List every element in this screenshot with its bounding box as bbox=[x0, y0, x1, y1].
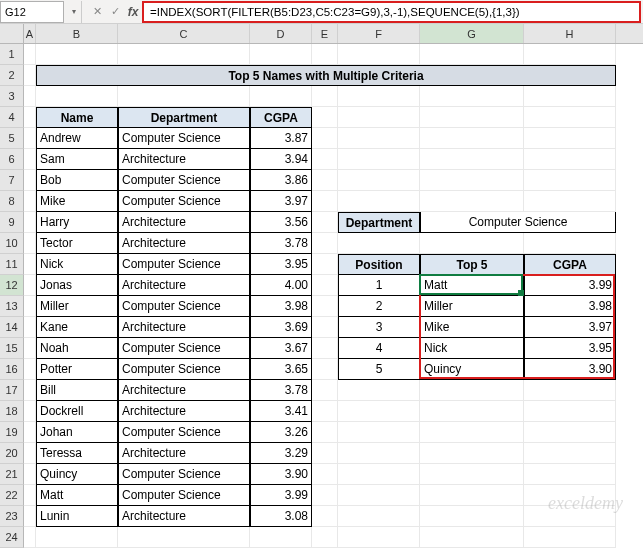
cell[interactable] bbox=[24, 422, 36, 443]
table-cell[interactable]: Computer Science bbox=[118, 338, 250, 359]
cell[interactable] bbox=[312, 212, 338, 233]
table-cell[interactable]: 3.56 bbox=[250, 212, 312, 233]
result-cgpa[interactable]: 3.99 bbox=[524, 275, 616, 296]
cell[interactable] bbox=[420, 506, 524, 527]
cell[interactable] bbox=[24, 464, 36, 485]
table-cell[interactable]: Computer Science bbox=[118, 296, 250, 317]
cell[interactable] bbox=[312, 380, 338, 401]
cell[interactable] bbox=[338, 527, 420, 548]
row-13[interactable]: 13 bbox=[0, 296, 24, 317]
name-box[interactable]: G12 bbox=[0, 1, 64, 23]
cell[interactable] bbox=[524, 464, 616, 485]
cell[interactable] bbox=[36, 86, 118, 107]
cell[interactable] bbox=[524, 485, 616, 506]
table-cell[interactable]: Jonas bbox=[36, 275, 118, 296]
cell[interactable] bbox=[312, 233, 338, 254]
cell[interactable] bbox=[524, 86, 616, 107]
cell[interactable] bbox=[420, 527, 524, 548]
cell[interactable] bbox=[24, 170, 36, 191]
cell[interactable] bbox=[312, 359, 338, 380]
cell[interactable] bbox=[524, 443, 616, 464]
table-cell[interactable]: Computer Science bbox=[118, 170, 250, 191]
cell[interactable] bbox=[524, 380, 616, 401]
table-cell[interactable]: Noah bbox=[36, 338, 118, 359]
cell[interactable] bbox=[24, 485, 36, 506]
cell[interactable] bbox=[420, 170, 524, 191]
cell[interactable] bbox=[24, 506, 36, 527]
table-cell[interactable]: 3.78 bbox=[250, 233, 312, 254]
row-10[interactable]: 10 bbox=[0, 233, 24, 254]
result-position[interactable]: 5 bbox=[338, 359, 420, 380]
cell[interactable] bbox=[312, 443, 338, 464]
row-24[interactable]: 24 bbox=[0, 527, 24, 548]
cell[interactable] bbox=[524, 128, 616, 149]
cell[interactable] bbox=[524, 44, 616, 65]
cell[interactable] bbox=[24, 191, 36, 212]
cell[interactable] bbox=[338, 380, 420, 401]
header-cgpa[interactable]: CGPA bbox=[250, 107, 312, 128]
cell[interactable] bbox=[420, 149, 524, 170]
table-cell[interactable]: Architecture bbox=[118, 275, 250, 296]
table-cell[interactable]: Architecture bbox=[118, 212, 250, 233]
table-cell[interactable]: Nick bbox=[36, 254, 118, 275]
cell[interactable] bbox=[312, 128, 338, 149]
col-A[interactable]: A bbox=[24, 24, 36, 43]
cell[interactable] bbox=[312, 506, 338, 527]
cell[interactable] bbox=[312, 254, 338, 275]
cell[interactable] bbox=[420, 107, 524, 128]
cell[interactable] bbox=[524, 191, 616, 212]
table-cell[interactable]: 3.65 bbox=[250, 359, 312, 380]
cell[interactable] bbox=[24, 359, 36, 380]
cell[interactable] bbox=[312, 149, 338, 170]
table-cell[interactable]: Bill bbox=[36, 380, 118, 401]
select-all[interactable] bbox=[0, 24, 24, 43]
cell[interactable] bbox=[420, 422, 524, 443]
cell[interactable] bbox=[420, 86, 524, 107]
row-19[interactable]: 19 bbox=[0, 422, 24, 443]
cell[interactable] bbox=[338, 422, 420, 443]
cell[interactable] bbox=[24, 65, 36, 86]
cell[interactable] bbox=[24, 338, 36, 359]
cell[interactable] bbox=[420, 464, 524, 485]
result-cgpa[interactable]: 3.98 bbox=[524, 296, 616, 317]
header-dept[interactable]: Department bbox=[118, 107, 250, 128]
table-cell[interactable]: Harry bbox=[36, 212, 118, 233]
cell[interactable] bbox=[312, 401, 338, 422]
table-cell[interactable]: 3.69 bbox=[250, 317, 312, 338]
table-cell[interactable]: 3.87 bbox=[250, 128, 312, 149]
table-cell[interactable]: Architecture bbox=[118, 149, 250, 170]
cell[interactable] bbox=[312, 191, 338, 212]
col-B[interactable]: B bbox=[36, 24, 118, 43]
table-cell[interactable]: Computer Science bbox=[118, 485, 250, 506]
fx-icon[interactable]: fx bbox=[124, 5, 142, 19]
row-23[interactable]: 23 bbox=[0, 506, 24, 527]
cell[interactable] bbox=[420, 401, 524, 422]
cell[interactable] bbox=[524, 233, 616, 254]
cell[interactable] bbox=[24, 401, 36, 422]
table-cell[interactable]: 3.95 bbox=[250, 254, 312, 275]
row-16[interactable]: 16 bbox=[0, 359, 24, 380]
page-title[interactable]: Top 5 Names with Multiple Criteria bbox=[36, 65, 616, 86]
cell[interactable] bbox=[312, 170, 338, 191]
cell[interactable] bbox=[312, 317, 338, 338]
table-cell[interactable]: Architecture bbox=[118, 401, 250, 422]
table-cell[interactable]: Tector bbox=[36, 233, 118, 254]
result-cgpa[interactable]: 3.90 bbox=[524, 359, 616, 380]
cell[interactable] bbox=[24, 443, 36, 464]
cell[interactable] bbox=[312, 338, 338, 359]
cell[interactable] bbox=[24, 233, 36, 254]
table-cell[interactable]: Computer Science bbox=[118, 359, 250, 380]
table-cell[interactable]: Teressa bbox=[36, 443, 118, 464]
result-name[interactable]: Mike bbox=[420, 317, 524, 338]
cell[interactable] bbox=[524, 170, 616, 191]
cell[interactable] bbox=[420, 191, 524, 212]
row-14[interactable]: 14 bbox=[0, 317, 24, 338]
table-cell[interactable]: 3.08 bbox=[250, 506, 312, 527]
row-4[interactable]: 4 bbox=[0, 107, 24, 128]
cell[interactable] bbox=[338, 443, 420, 464]
table-cell[interactable]: 3.94 bbox=[250, 149, 312, 170]
table-cell[interactable]: Lunin bbox=[36, 506, 118, 527]
header-cgpa2[interactable]: CGPA bbox=[524, 254, 616, 275]
table-cell[interactable]: 3.99 bbox=[250, 485, 312, 506]
table-cell[interactable]: Computer Science bbox=[118, 422, 250, 443]
